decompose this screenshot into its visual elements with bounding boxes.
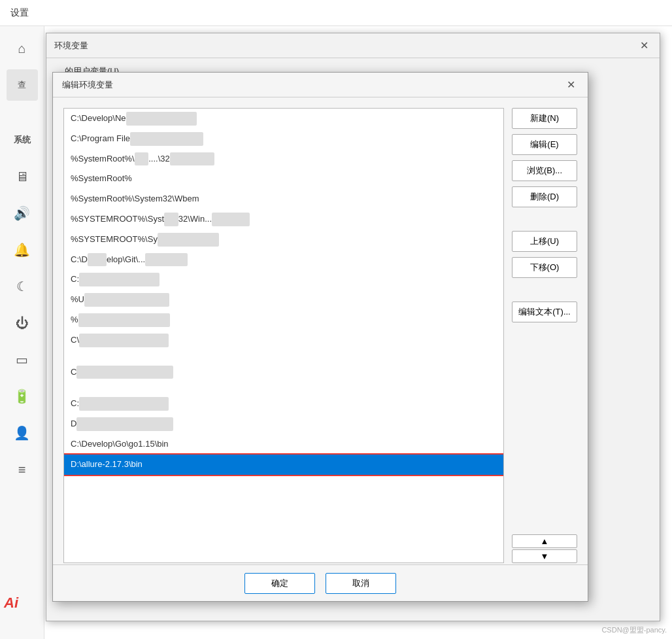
edit-dialog-title: 编辑环境变量 <box>62 79 113 91</box>
edit-dialog-footer: 确定 取消 <box>53 564 588 601</box>
path-item[interactable]: C:\Develop\Ne <box>64 109 503 129</box>
path-item[interactable]: %SYSTEMROOT%\Syst 32\Win... <box>64 209 503 230</box>
path-item[interactable]: %SYSTEMROOT%\Sy <box>64 230 503 250</box>
move-down-button[interactable]: 下移(O) <box>512 257 577 278</box>
path-item[interactable]: C <box>64 362 503 383</box>
sidebar-notifications-icon[interactable]: 🔔 <box>7 234 38 266</box>
path-item[interactable] <box>64 351 503 362</box>
path-item[interactable]: C:\D elop\Git\... <box>64 250 503 270</box>
path-item[interactable]: D <box>64 414 503 434</box>
path-item[interactable]: C: <box>64 269 503 290</box>
path-item[interactable]: %U <box>64 290 503 310</box>
path-item[interactable]: C\ <box>64 330 503 351</box>
edit-dialog-body: C:\Develop\Ne C:\Program File %SystemRoo… <box>53 97 588 574</box>
path-list[interactable]: C:\Develop\Ne C:\Program File %SystemRoo… <box>63 108 504 563</box>
path-item[interactable]: C:\Program File <box>64 129 503 149</box>
sidebar-system-label: 系统 <box>7 124 38 156</box>
path-item[interactable]: %SystemRoot%\System32\Wbem <box>64 189 503 209</box>
sidebar-power-icon[interactable]: ⏻ <box>7 307 38 339</box>
sidebar-display-icon[interactable]: 🖥 <box>7 161 38 192</box>
scroll-up-button[interactable]: ▲ <box>512 534 577 548</box>
path-item[interactable]: C: <box>64 394 503 414</box>
ok-button[interactable]: 确定 <box>244 573 315 594</box>
edit-text-button[interactable]: 编辑文本(T)... <box>512 302 577 322</box>
move-up-button[interactable]: 上移(U) <box>512 231 577 252</box>
browse-button[interactable]: 浏览(B)... <box>512 160 577 181</box>
edit-dialog-titlebar: 编辑环境变量 ✕ <box>53 73 588 97</box>
ai-label: Ai <box>4 595 18 612</box>
settings-titlebar: 设置 <box>0 0 672 26</box>
action-buttons-panel: 新建(N) 编辑(E) 浏览(B)... 删除(D) 上移(U) 下移(O) 编… <box>512 108 577 563</box>
path-item[interactable]: % <box>64 310 503 330</box>
edit-dialog-close-button[interactable]: ✕ <box>563 77 579 93</box>
cancel-button[interactable]: 取消 <box>326 573 396 594</box>
sidebar-more-icon[interactable]: ≡ <box>7 454 38 485</box>
path-item-selected[interactable]: D:\allure-2.17.3\bin <box>64 455 503 475</box>
sidebar-accounts-icon[interactable]: 👤 <box>7 417 38 449</box>
path-item[interactable]: %SystemRoot%\ ....\32 <box>64 149 503 169</box>
new-button[interactable]: 新建(N) <box>512 108 577 129</box>
sidebar-moon-icon[interactable]: ☾ <box>7 271 38 302</box>
env-dialog-title: 环境变量 <box>54 40 88 52</box>
path-item[interactable]: C:\Develop\Go\go1.15\bin <box>64 434 503 455</box>
delete-button[interactable]: 删除(D) <box>512 186 577 207</box>
sidebar-search-icon[interactable]: 查 <box>7 69 38 101</box>
settings-title: 设置 <box>10 7 29 19</box>
env-dialog-titlebar: 环境变量 ✕ <box>46 33 660 58</box>
path-item[interactable]: %SystemRoot% <box>64 169 503 189</box>
env-dialog-close-button[interactable]: ✕ <box>636 38 652 54</box>
scroll-down-button[interactable]: ▼ <box>512 549 577 563</box>
edit-button[interactable]: 编辑(E) <box>512 134 577 155</box>
edit-env-dialog: 编辑环境变量 ✕ C:\Develop\Ne C:\Program File %… <box>52 72 588 602</box>
sidebar-battery-icon[interactable]: 🔋 <box>7 381 38 412</box>
sidebar-home-icon[interactable]: ⌂ <box>7 33 38 64</box>
sidebar-tablet-icon[interactable]: ▭ <box>7 344 38 375</box>
watermark: CSDN@盟盟-pancy. <box>601 625 667 635</box>
path-item[interactable] <box>64 382 503 394</box>
sidebar-sound-icon[interactable]: 🔊 <box>7 198 38 229</box>
settings-sidebar: ⌂ 查 系统 🖥 🔊 🔔 ☾ ⏻ ▭ 🔋 👤 ≡ <box>0 26 44 639</box>
